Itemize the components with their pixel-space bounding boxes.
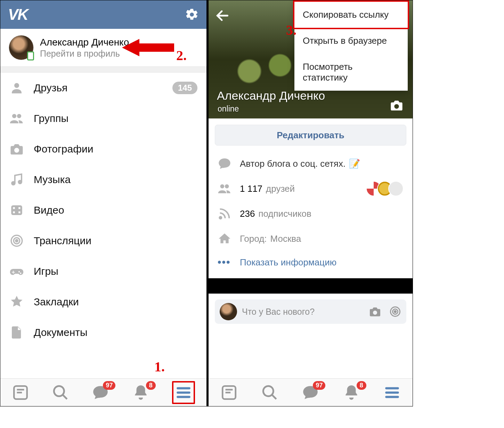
nav-notifications-button[interactable]: 8	[343, 384, 360, 401]
composer: Что у Вас нового?	[209, 294, 413, 329]
nav-search-button[interactable]	[52, 384, 69, 401]
menu-item-music[interactable]: Музыка	[0, 164, 206, 195]
svg-rect-9	[18, 207, 20, 209]
nav-menu-button[interactable]	[383, 384, 401, 401]
vk-logo-icon: VK	[8, 6, 28, 23]
profile-name: Александр Диченко	[40, 37, 129, 48]
menu-item-photos[interactable]: Фотографии	[0, 134, 206, 164]
svg-point-25	[219, 217, 221, 219]
friend-thumbnails	[370, 181, 404, 196]
profile-row[interactable]: Александр Диченко Перейти в профиль 2.	[0, 29, 206, 66]
svg-point-23	[220, 184, 225, 189]
menu-item-groups[interactable]: Группы	[0, 103, 206, 134]
svg-point-32	[263, 386, 273, 396]
more-dots-icon: •••	[218, 256, 231, 268]
nav-feed-button[interactable]	[12, 384, 29, 401]
dropdown-copy-link[interactable]: Скопировать ссылку	[293, 0, 409, 29]
mobile-online-badge-icon	[27, 51, 34, 60]
messages-badge: 97	[313, 381, 325, 390]
memo-emoji-icon: 📝	[349, 158, 360, 169]
menu-label: Музыка	[34, 174, 197, 186]
nav-messages-button[interactable]: 97	[302, 384, 319, 401]
annotation-arrow-2: 2.	[122, 37, 187, 58]
menu-item-videos[interactable]: Видео	[0, 195, 206, 225]
svg-point-28	[394, 311, 396, 312]
cover-online-status: online	[218, 104, 239, 114]
home-icon	[218, 232, 231, 246]
nav-search-button[interactable]	[261, 384, 278, 401]
change-cover-button[interactable]	[390, 98, 404, 112]
dropdown-view-stats[interactable]: Посмотреть статистику	[294, 54, 408, 91]
svg-point-13	[16, 240, 18, 242]
bookmarks-icon	[9, 295, 24, 309]
show-more-row[interactable]: ••• Показать информацию	[209, 251, 413, 273]
menu-label: Фотографии	[34, 143, 197, 155]
screen-profile: Скопировать ссылку Открыть в браузере По…	[206, 0, 413, 406]
composer-live-icon[interactable]	[389, 305, 401, 318]
friends-icon	[9, 81, 24, 95]
menu-label: Группы	[34, 113, 197, 124]
info-row-subscribers[interactable]: 236 подписчиков	[209, 201, 413, 226]
menu-item-bookmarks[interactable]: Закладки	[0, 287, 206, 317]
photos-icon	[9, 142, 24, 156]
svg-rect-6	[11, 205, 22, 215]
edit-profile-button[interactable]: Редактировать	[215, 125, 406, 146]
edit-label: Редактировать	[277, 130, 344, 141]
nav-messages-button[interactable]: 97	[92, 384, 109, 401]
nav-feed-button[interactable]	[220, 384, 238, 401]
annotation-label-1: 1.	[154, 359, 165, 375]
svg-point-17	[54, 386, 64, 396]
show-more-label: Показать информацию	[240, 257, 336, 268]
settings-button[interactable]	[185, 8, 199, 22]
composer-placeholder: Что у Вас нового?	[242, 307, 369, 317]
friends-icon	[218, 182, 231, 196]
section-gap	[209, 278, 413, 294]
annotation-highlight-menu	[172, 381, 195, 404]
menu-label: Видео	[34, 204, 197, 216]
menu-label: Трансляции	[34, 235, 197, 247]
annotation-label-2: 2.	[176, 47, 187, 64]
friends-text: 1 117 друзей	[240, 183, 295, 194]
nav-notifications-button[interactable]: 8	[132, 384, 149, 401]
menu-item-docs[interactable]: Документы	[0, 317, 206, 348]
svg-point-4	[12, 182, 15, 185]
bio-text: Автор блога о соц. сетях. 📝	[240, 158, 360, 169]
profile-text: Александр Диченко Перейти в профиль	[40, 37, 129, 59]
info-row-bio[interactable]: Автор блога о соц. сетях. 📝	[209, 151, 413, 176]
back-button[interactable]	[215, 8, 230, 23]
dropdown-menu: Скопировать ссылку Открыть в браузере По…	[294, 2, 408, 91]
avatar	[9, 35, 34, 60]
menu-label: Игры	[34, 265, 197, 277]
svg-marker-0	[122, 39, 174, 56]
composer-input[interactable]: Что у Вас нового?	[215, 299, 406, 324]
city-text: Город: Москва	[240, 233, 301, 244]
bio-icon	[218, 157, 231, 171]
svg-point-24	[225, 184, 229, 189]
nav-menu-button[interactable]	[175, 384, 192, 401]
rss-icon	[218, 207, 231, 221]
info-row-city[interactable]: Город: Москва	[209, 226, 413, 251]
menu-item-live[interactable]: Трансляции	[0, 225, 206, 256]
screen-menu: VK Александр Диченко Перейти в профиль 2…	[0, 0, 206, 406]
profile-sublabel: Перейти в профиль	[40, 49, 129, 59]
header: VK	[0, 0, 206, 29]
profile-cover: Скопировать ссылку Открыть в браузере По…	[209, 0, 413, 118]
notifications-badge: 8	[146, 381, 156, 390]
menu-item-friends[interactable]: Друзья 145	[0, 73, 206, 103]
bottom-nav: 97 8	[209, 378, 413, 406]
dropdown-open-browser[interactable]: Открыть в браузере	[294, 28, 408, 54]
friends-count-badge: 145	[172, 82, 197, 94]
svg-line-18	[63, 395, 67, 399]
menu-list: Друзья 145 Группы Фотографии Музыка Виде…	[0, 73, 206, 348]
svg-line-33	[272, 395, 276, 399]
menu-label: Закладки	[34, 296, 197, 308]
games-icon	[9, 264, 24, 279]
messages-badge: 97	[103, 381, 115, 390]
svg-point-3	[17, 114, 21, 118]
live-icon	[9, 233, 24, 248]
menu-item-games[interactable]: Игры	[0, 256, 206, 287]
menu-label: Документы	[34, 327, 197, 338]
composer-avatar	[220, 303, 237, 320]
info-row-friends[interactable]: 1 117 друзей	[209, 176, 413, 201]
composer-camera-icon[interactable]	[369, 305, 381, 318]
